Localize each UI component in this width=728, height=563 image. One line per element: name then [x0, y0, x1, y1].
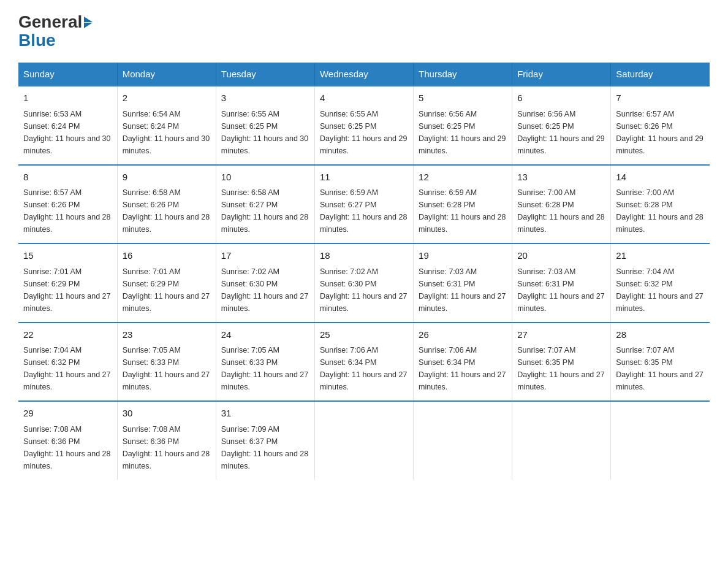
day-number: 30 — [123, 407, 211, 421]
day-info: Sunrise: 7:09 AMSunset: 6:37 PMDaylight:… — [221, 425, 308, 470]
calendar-header-row: SundayMondayTuesdayWednesdayThursdayFrid… — [18, 63, 710, 86]
day-number: 21 — [616, 249, 705, 263]
day-info: Sunrise: 6:54 AMSunset: 6:24 PMDaylight:… — [123, 110, 210, 155]
calendar-cell: 19Sunrise: 7:03 AMSunset: 6:31 PMDayligh… — [414, 243, 512, 323]
day-info: Sunrise: 7:08 AMSunset: 6:36 PMDaylight:… — [23, 425, 110, 470]
logo: General Blue — [18, 12, 93, 50]
day-info: Sunrise: 7:01 AMSunset: 6:29 PMDaylight:… — [23, 267, 110, 313]
logo-arrow-bottom-icon — [84, 23, 93, 28]
calendar-week-row: 29Sunrise: 7:08 AMSunset: 6:36 PMDayligh… — [18, 401, 710, 480]
day-info: Sunrise: 7:07 AMSunset: 6:35 PMDaylight:… — [517, 346, 604, 391]
day-info: Sunrise: 7:06 AMSunset: 6:34 PMDaylight:… — [419, 346, 506, 391]
day-info: Sunrise: 7:05 AMSunset: 6:33 PMDaylight:… — [123, 346, 210, 391]
calendar-cell: 15Sunrise: 7:01 AMSunset: 6:29 PMDayligh… — [18, 243, 117, 323]
logo-top: General — [18, 12, 93, 32]
calendar-cell: 10Sunrise: 6:58 AMSunset: 6:27 PMDayligh… — [216, 165, 314, 244]
day-number: 18 — [320, 249, 408, 263]
day-info: Sunrise: 6:59 AMSunset: 6:28 PMDaylight:… — [419, 188, 506, 234]
day-number: 14 — [616, 170, 705, 185]
day-number: 9 — [123, 170, 211, 185]
header-monday: Monday — [117, 63, 216, 86]
day-info: Sunrise: 6:53 AMSunset: 6:24 PMDaylight:… — [23, 110, 110, 155]
day-number: 20 — [517, 249, 605, 263]
day-number: 22 — [23, 328, 112, 342]
day-number: 1 — [23, 91, 112, 105]
calendar-table: SundayMondayTuesdayWednesdayThursdayFrid… — [18, 63, 710, 480]
header-thursday: Thursday — [414, 63, 512, 86]
calendar-cell: 24Sunrise: 7:05 AMSunset: 6:33 PMDayligh… — [216, 323, 314, 402]
day-number: 19 — [419, 249, 507, 263]
day-number: 28 — [616, 328, 705, 342]
logo-arrow-top-icon — [84, 17, 93, 22]
day-number: 26 — [419, 328, 507, 342]
calendar-cell: 7Sunrise: 6:57 AMSunset: 6:26 PMDaylight… — [611, 86, 710, 165]
calendar-cell: 27Sunrise: 7:07 AMSunset: 6:35 PMDayligh… — [512, 323, 611, 402]
logo-general-text: General — [18, 12, 82, 32]
calendar-cell: 8Sunrise: 6:57 AMSunset: 6:26 PMDaylight… — [18, 165, 117, 244]
logo-blue-text: Blue — [18, 31, 56, 50]
day-number: 15 — [23, 249, 112, 263]
day-info: Sunrise: 7:02 AMSunset: 6:30 PMDaylight:… — [320, 267, 407, 313]
calendar-cell: 2Sunrise: 6:54 AMSunset: 6:24 PMDaylight… — [117, 86, 216, 165]
day-info: Sunrise: 7:04 AMSunset: 6:32 PMDaylight:… — [616, 267, 703, 313]
day-number: 5 — [419, 91, 507, 105]
day-info: Sunrise: 7:07 AMSunset: 6:35 PMDaylight:… — [616, 346, 703, 391]
calendar-cell: 13Sunrise: 7:00 AMSunset: 6:28 PMDayligh… — [512, 165, 611, 244]
calendar-cell: 29Sunrise: 7:08 AMSunset: 6:36 PMDayligh… — [18, 401, 117, 480]
day-info: Sunrise: 6:55 AMSunset: 6:25 PMDaylight:… — [221, 110, 308, 155]
day-info: Sunrise: 6:57 AMSunset: 6:26 PMDaylight:… — [616, 110, 703, 155]
day-info: Sunrise: 6:57 AMSunset: 6:26 PMDaylight:… — [23, 188, 110, 234]
day-number: 7 — [616, 91, 705, 105]
calendar-cell: 23Sunrise: 7:05 AMSunset: 6:33 PMDayligh… — [117, 323, 216, 402]
calendar-cell: 28Sunrise: 7:07 AMSunset: 6:35 PMDayligh… — [611, 323, 710, 402]
calendar-cell: 25Sunrise: 7:06 AMSunset: 6:34 PMDayligh… — [314, 323, 413, 402]
calendar-cell: 16Sunrise: 7:01 AMSunset: 6:29 PMDayligh… — [117, 243, 216, 323]
day-number: 31 — [221, 407, 309, 421]
calendar-cell: 20Sunrise: 7:03 AMSunset: 6:31 PMDayligh… — [512, 243, 611, 323]
day-info: Sunrise: 7:03 AMSunset: 6:31 PMDaylight:… — [419, 267, 506, 313]
day-info: Sunrise: 7:03 AMSunset: 6:31 PMDaylight:… — [517, 267, 604, 313]
day-info: Sunrise: 6:58 AMSunset: 6:26 PMDaylight:… — [123, 188, 210, 234]
day-info: Sunrise: 6:59 AMSunset: 6:27 PMDaylight:… — [320, 188, 407, 234]
calendar-week-row: 8Sunrise: 6:57 AMSunset: 6:26 PMDaylight… — [18, 165, 710, 244]
calendar-week-row: 1Sunrise: 6:53 AMSunset: 6:24 PMDaylight… — [18, 86, 710, 165]
calendar-cell: 5Sunrise: 6:56 AMSunset: 6:25 PMDaylight… — [414, 86, 512, 165]
day-info: Sunrise: 7:06 AMSunset: 6:34 PMDaylight:… — [320, 346, 407, 391]
day-number: 3 — [221, 91, 309, 105]
header-wednesday: Wednesday — [314, 63, 413, 86]
header-tuesday: Tuesday — [216, 63, 314, 86]
day-number: 2 — [123, 91, 211, 105]
calendar-cell: 22Sunrise: 7:04 AMSunset: 6:32 PMDayligh… — [18, 323, 117, 402]
logo-blue-row: Blue — [18, 31, 56, 50]
day-number: 25 — [320, 328, 408, 342]
calendar-cell: 11Sunrise: 6:59 AMSunset: 6:27 PMDayligh… — [314, 165, 413, 244]
day-info: Sunrise: 7:00 AMSunset: 6:28 PMDaylight:… — [517, 188, 604, 234]
calendar-cell: 31Sunrise: 7:09 AMSunset: 6:37 PMDayligh… — [216, 401, 314, 480]
day-info: Sunrise: 7:08 AMSunset: 6:36 PMDaylight:… — [123, 425, 210, 470]
day-info: Sunrise: 7:04 AMSunset: 6:32 PMDaylight:… — [23, 346, 110, 391]
calendar-cell: 12Sunrise: 6:59 AMSunset: 6:28 PMDayligh… — [414, 165, 512, 244]
calendar-cell — [414, 401, 512, 480]
calendar-cell: 1Sunrise: 6:53 AMSunset: 6:24 PMDaylight… — [18, 86, 117, 165]
calendar-cell — [611, 401, 710, 480]
day-number: 12 — [419, 170, 507, 185]
day-number: 27 — [517, 328, 605, 342]
calendar-cell: 21Sunrise: 7:04 AMSunset: 6:32 PMDayligh… — [611, 243, 710, 323]
page-header: General Blue — [18, 12, 710, 50]
day-number: 10 — [221, 170, 309, 185]
calendar-cell: 14Sunrise: 7:00 AMSunset: 6:28 PMDayligh… — [611, 165, 710, 244]
header-friday: Friday — [512, 63, 611, 86]
calendar-cell: 17Sunrise: 7:02 AMSunset: 6:30 PMDayligh… — [216, 243, 314, 323]
day-info: Sunrise: 6:56 AMSunset: 6:25 PMDaylight:… — [419, 110, 506, 155]
day-number: 17 — [221, 249, 309, 263]
day-number: 13 — [517, 170, 605, 185]
day-info: Sunrise: 6:55 AMSunset: 6:25 PMDaylight:… — [320, 110, 407, 155]
day-number: 24 — [221, 328, 309, 342]
calendar-cell: 18Sunrise: 7:02 AMSunset: 6:30 PMDayligh… — [314, 243, 413, 323]
day-number: 23 — [123, 328, 211, 342]
header-sunday: Sunday — [18, 63, 117, 86]
calendar-cell — [512, 401, 611, 480]
day-number: 4 — [320, 91, 408, 105]
day-info: Sunrise: 7:05 AMSunset: 6:33 PMDaylight:… — [221, 346, 308, 391]
calendar-cell: 4Sunrise: 6:55 AMSunset: 6:25 PMDaylight… — [314, 86, 413, 165]
